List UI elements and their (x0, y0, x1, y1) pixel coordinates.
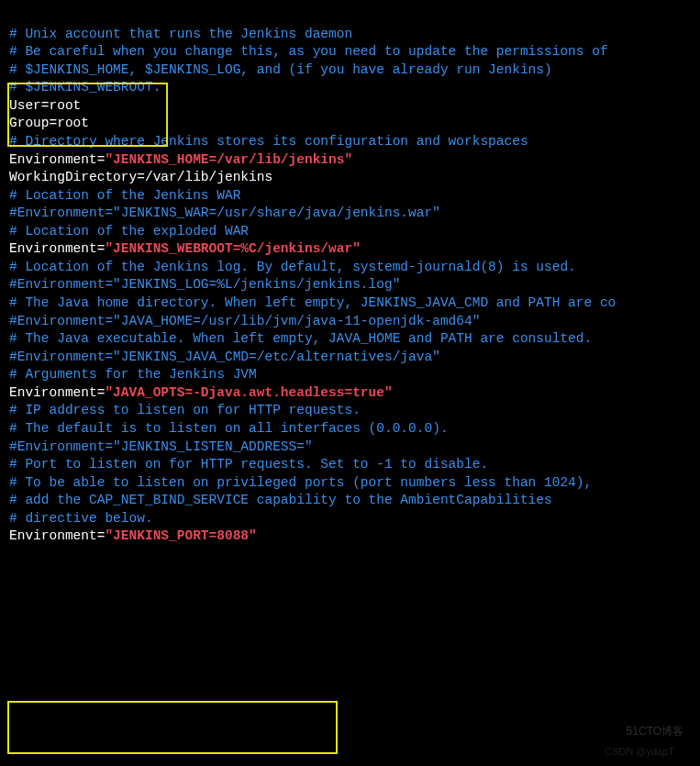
code-segment: # Directory where Jenkins stores its con… (9, 134, 528, 149)
watermark-csdn: CSDN @ydapT (605, 745, 674, 759)
code-line: # $JENKINS_HOME, $JENKINS_LOG, and (if y… (9, 61, 691, 80)
code-line: Environment="JENKINS_WEBROOT=%C/jenkins/… (9, 240, 691, 259)
code-line: Environment="JENKINS_PORT=8088" (9, 527, 691, 546)
code-segment: Environment= (9, 385, 105, 400)
code-segment: # Port to listen on for HTTP requests. S… (9, 457, 488, 472)
code-line: #Environment="JAVA_HOME=/usr/lib/jvm/jav… (9, 313, 691, 331)
code-segment: #Environment="JAVA_HOME=/usr/lib/jvm/jav… (9, 314, 480, 328)
watermark-51cto: 51CTO博客 (627, 724, 683, 738)
code-segment: #Environment="JENKINS_JAVA_CMD=/etc/alte… (9, 350, 440, 364)
highlight-box-jenkins-port (7, 701, 338, 754)
code-line: # The default is to listen on all interf… (9, 420, 691, 439)
code-segment: # The Java executable. When left empty, … (9, 331, 592, 346)
code-segment: Environment= (9, 241, 105, 256)
code-line (9, 7, 691, 26)
code-line: # To be able to listen on privileged por… (9, 474, 691, 493)
code-segment: Group=root (9, 116, 89, 130)
code-segment: "JAVA_OPTS=-Djava.awt.headless=true" (105, 385, 392, 400)
code-line: # Port to listen on for HTTP requests. S… (9, 456, 691, 474)
code-line: # Arguments for the Jenkins JVM (9, 366, 691, 384)
code-segment: # add the CAP_NET_BIND_SERVICE capabilit… (9, 493, 552, 507)
code-line: # The Java executable. When left empty, … (9, 330, 691, 349)
code-line: User=root (9, 97, 691, 116)
code-segment: "JENKINS_HOME=/var/lib/jenkins" (105, 152, 352, 167)
code-segment (9, 8, 17, 23)
code-segment: # directive below. (9, 511, 153, 526)
code-line: # directive below. (9, 510, 691, 528)
code-segment: #Environment="JENKINS_WAR=/usr/share/jav… (9, 205, 440, 220)
code-line: #Environment="JENKINS_LISTEN_ADDRESS=" (9, 439, 691, 457)
code-segment: # Be careful when you change this, as yo… (9, 44, 608, 59)
code-segment: # IP address to listen on for HTTP reque… (9, 403, 361, 417)
code-segment: "JENKINS_PORT=8088" (105, 528, 256, 543)
code-line: # add the CAP_NET_BIND_SERVICE capabilit… (9, 492, 691, 510)
code-segment: # $JENKINS_WEBROOT. (9, 80, 161, 94)
code-segment: # Location of the exploded WAR (9, 224, 249, 239)
code-line: #Environment="JENKINS_WAR=/usr/share/jav… (9, 205, 691, 223)
code-line: # The Java home directory. When left emp… (9, 294, 691, 313)
code-line: WorkingDirectory=/var/lib/jenkins (9, 169, 691, 187)
code-segment: #Environment="JENKINS_LISTEN_ADDRESS=" (9, 439, 313, 454)
code-segment: # Location of the Jenkins WAR (9, 188, 240, 203)
code-segment: # $JENKINS_HOME, $JENKINS_LOG, and (if y… (9, 62, 552, 77)
code-segment: Environment= (9, 528, 105, 543)
code-line: Environment="JENKINS_HOME=/var/lib/jenki… (9, 151, 691, 170)
code-line: Environment="JAVA_OPTS=-Djava.awt.headle… (9, 384, 691, 403)
terminal-editor[interactable]: # Unix account that runs the Jenkins dae… (9, 7, 691, 546)
code-line: #Environment="JENKINS_LOG=%L/jenkins/jen… (9, 276, 691, 294)
code-segment: # Location of the Jenkins log. By defaul… (9, 260, 576, 274)
code-line: # Unix account that runs the Jenkins dae… (9, 26, 691, 44)
code-segment: User=root (9, 98, 81, 113)
code-line: # Location of the Jenkins WAR (9, 187, 691, 205)
code-segment: # The default is to listen on all interf… (9, 421, 449, 436)
code-segment: # Unix account that runs the Jenkins dae… (9, 27, 352, 41)
code-line: Group=root (9, 115, 691, 133)
code-line: # Location of the Jenkins log. By defaul… (9, 259, 691, 277)
code-segment: # Arguments for the Jenkins JVM (9, 367, 257, 382)
code-line: # Be careful when you change this, as yo… (9, 43, 691, 61)
code-segment: #Environment="JENKINS_LOG=%L/jenkins/jen… (9, 277, 400, 292)
code-segment: "JENKINS_WEBROOT=%C/jenkins/war" (105, 241, 360, 256)
code-segment: Environment= (9, 152, 105, 167)
code-segment: # The Java home directory. When left emp… (9, 295, 616, 310)
code-line: # Location of the exploded WAR (9, 223, 691, 241)
code-segment: WorkingDirectory=/var/lib/jenkins (9, 170, 272, 184)
code-line: # IP address to listen on for HTTP reque… (9, 402, 691, 420)
code-line: # Directory where Jenkins stores its con… (9, 133, 691, 151)
code-segment: # To be able to listen on privileged por… (9, 475, 592, 490)
code-line: # $JENKINS_WEBROOT. (9, 79, 691, 97)
code-line: #Environment="JENKINS_JAVA_CMD=/etc/alte… (9, 349, 691, 367)
